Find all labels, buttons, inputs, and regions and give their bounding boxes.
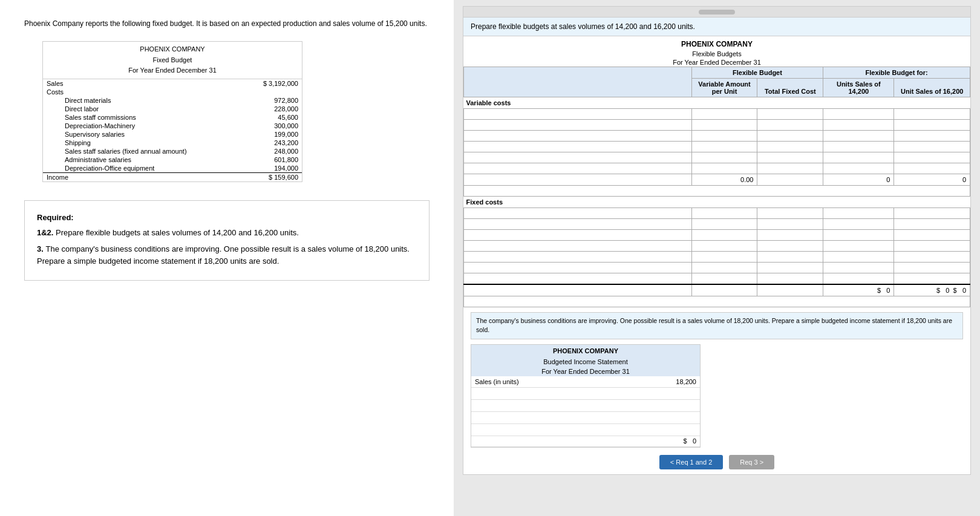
bis-row-value[interactable] — [620, 423, 700, 436]
row-total-fixed-val[interactable] — [757, 208, 823, 219]
row-label-input[interactable] — [464, 142, 692, 152]
table-row — [464, 120, 970, 131]
row-value: 243,200 — [244, 139, 302, 147]
row-var-amt[interactable] — [691, 142, 757, 152]
row-label-input[interactable] — [464, 208, 692, 219]
right-panel: Prepare flexible budgets at sales volume… — [454, 0, 980, 516]
row-total-fixed-val[interactable] — [757, 219, 823, 230]
row-16200[interactable] — [894, 208, 970, 219]
row-14200[interactable] — [823, 163, 894, 174]
row-var-amt[interactable] — [691, 109, 757, 120]
table-row — [464, 219, 970, 230]
table-row-income: Income $ 159,600 — [43, 172, 302, 181]
row-label-input[interactable] — [464, 163, 692, 174]
table-row — [464, 152, 970, 163]
row-16200[interactable] — [894, 109, 970, 120]
row-14200[interactable] — [823, 109, 894, 120]
row-16200[interactable] — [894, 219, 970, 230]
total-fixed-cost — [757, 174, 823, 186]
row-var-amt — [691, 219, 757, 230]
next-button[interactable]: Req 3 > — [729, 455, 774, 469]
row-14200[interactable] — [823, 152, 894, 163]
row-value: $ 3,192,000 — [244, 79, 302, 88]
row-value: 972,800 — [244, 96, 302, 105]
row-14200[interactable] — [823, 120, 894, 131]
row-14200[interactable] — [823, 219, 894, 230]
bis-row-label[interactable] — [471, 411, 620, 423]
table-row — [464, 109, 970, 120]
row-14200[interactable] — [823, 241, 894, 252]
required-title: Required: — [37, 213, 417, 222]
bis-title: Budgeted Income Statement — [471, 357, 700, 367]
row-var-amt[interactable] — [691, 152, 757, 163]
prev-button[interactable]: < Req 1 and 2 — [659, 455, 723, 469]
bis-row-value[interactable] — [620, 387, 700, 399]
row-label: Costs — [43, 88, 244, 96]
row-label-input[interactable] — [464, 152, 692, 163]
row-16200[interactable] — [894, 163, 970, 174]
row-16200[interactable] — [894, 152, 970, 163]
bis-row-value[interactable] — [620, 399, 700, 411]
table-row — [464, 142, 970, 152]
row-label-input[interactable] — [464, 120, 692, 131]
row-14200[interactable] — [823, 252, 894, 263]
row-14200[interactable] — [823, 142, 894, 152]
row-16200[interactable] — [894, 230, 970, 241]
table-row — [464, 252, 970, 263]
row-16200[interactable] — [894, 131, 970, 142]
bis-row-label[interactable] — [471, 423, 620, 436]
scroll-bar[interactable] — [463, 7, 970, 18]
row-16200[interactable] — [894, 241, 970, 252]
row-total-fixed — [757, 131, 823, 142]
bis-row-value[interactable] — [620, 411, 700, 423]
fixed-budget-table: PHOENIX COMPANY Fixed Budget For Year En… — [42, 41, 302, 182]
variable-costs-label: Variable costs — [464, 97, 970, 109]
nav-buttons: < Req 1 and 2 Req 3 > — [471, 455, 963, 469]
fb-data-table: Sales $ 3,192,000 Costs Direct materials… — [43, 79, 302, 181]
row-total-fixed-val[interactable] — [757, 241, 823, 252]
row-label-input[interactable] — [464, 252, 692, 263]
total-label — [464, 174, 692, 186]
required-box: Required: 1&2. Prepare flexible budgets … — [24, 200, 430, 281]
flex-budget-title: Flexible Budgets — [463, 50, 970, 58]
row-label: Supervisory salaries — [43, 130, 244, 139]
row-label-input[interactable] — [464, 219, 692, 230]
grand-total-fixed — [757, 284, 823, 296]
row-label-input[interactable] — [464, 230, 692, 241]
row-total-fixed-val[interactable] — [757, 230, 823, 241]
bis-row — [471, 411, 700, 423]
row-label: Sales staff commissions — [43, 113, 244, 122]
row-total-fixed-val[interactable] — [757, 252, 823, 263]
row-16200[interactable] — [894, 263, 970, 273]
row-16200[interactable] — [894, 252, 970, 263]
table-row — [464, 131, 970, 142]
row-var-amt[interactable] — [691, 131, 757, 142]
row-16200[interactable] — [894, 142, 970, 152]
req-text2: The company's business conditions are im… — [37, 244, 410, 266]
row-14200[interactable] — [823, 263, 894, 273]
row-var-amt[interactable] — [691, 163, 757, 174]
row-label-input[interactable] — [464, 109, 692, 120]
row-label-input[interactable] — [464, 131, 692, 142]
table-row-spacer2 — [464, 296, 970, 307]
row-14200[interactable] — [823, 230, 894, 241]
row-label-input[interactable] — [464, 241, 692, 252]
row-14200[interactable] — [823, 208, 894, 219]
bis-company: PHOENIX COMPANY — [471, 345, 700, 357]
row-total-fixed-val[interactable] — [757, 263, 823, 273]
row-var-amt — [691, 208, 757, 219]
row-var-amt[interactable] — [691, 120, 757, 131]
grand-total-label — [464, 284, 692, 296]
bis-row-label[interactable] — [471, 387, 620, 399]
table-row: Sales staff salaries (fixed annual amoun… — [43, 147, 302, 155]
bottom-note: The company's business conditions are im… — [471, 312, 963, 340]
bis-row-label[interactable] — [471, 399, 620, 411]
grand-var-amt — [691, 284, 757, 296]
row-16200[interactable] — [894, 120, 970, 131]
fb-company: PHOENIX COMPANY — [45, 44, 299, 55]
row-14200[interactable] — [823, 131, 894, 142]
total-16200 — [894, 273, 970, 284]
req-number2: 3. — [37, 244, 45, 253]
bis-sales-row: Sales (in units) 18,200 — [471, 376, 700, 387]
row-label-input[interactable] — [464, 263, 692, 273]
